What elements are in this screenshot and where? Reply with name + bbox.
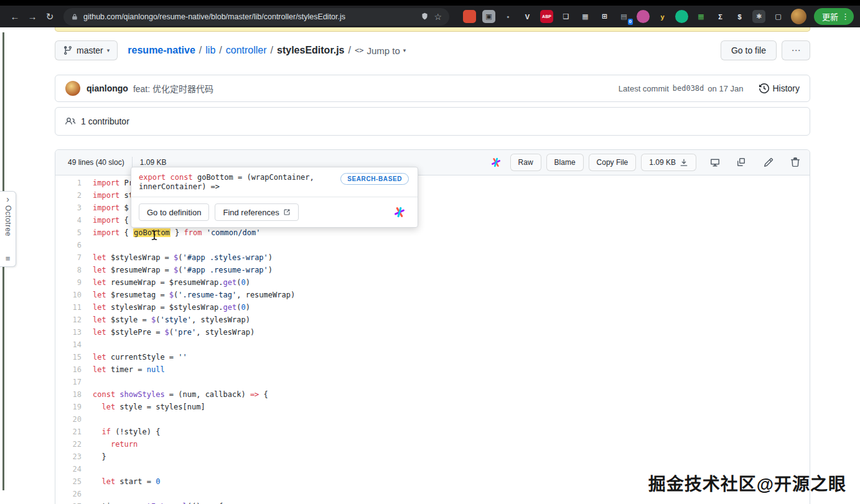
delete-button[interactable] <box>787 154 803 170</box>
copy-file-button[interactable]: Copy File <box>589 154 637 171</box>
line-number[interactable]: 27 <box>55 500 90 504</box>
code-token: ) <box>246 278 250 287</box>
commit-sha[interactable]: bed038d <box>673 84 704 93</box>
extension-icon[interactable]: ▣ <box>482 10 495 23</box>
line-number[interactable]: 20 <box>55 413 90 426</box>
line-number[interactable]: 11 <box>55 301 90 314</box>
line-number[interactable]: 2 <box>55 189 90 202</box>
more-options-button[interactable]: ⋯ <box>782 40 810 60</box>
extension-icon[interactable]: Σ <box>714 10 727 23</box>
forward-button[interactable]: → <box>24 8 41 26</box>
code-token: if <box>101 427 115 436</box>
code-token: ) <box>268 253 273 262</box>
branch-selector[interactable]: master ▾ <box>55 40 118 60</box>
line-number[interactable]: 5 <box>55 226 90 239</box>
commit-message[interactable]: feat: 优化定时器代码 <box>133 82 213 95</box>
update-button[interactable]: 更新 ⋮ <box>814 8 854 25</box>
breadcrumb-dir-lib[interactable]: lib <box>205 45 215 56</box>
line-content: timer = setInterval(() => { <box>90 500 223 504</box>
extension-bar: ▣•VABP❑▦⊞▤0y▦Σ$✱▢ <box>463 10 785 23</box>
line-number[interactable]: 6 <box>55 239 90 251</box>
extension-icon[interactable]: • <box>502 10 515 23</box>
line-number[interactable]: 9 <box>55 276 90 289</box>
line-number[interactable]: 13 <box>55 326 90 338</box>
line-content: import Pr <box>90 177 133 189</box>
download-icon <box>680 158 688 167</box>
menu-dots-icon[interactable]: ⋮ <box>841 12 849 21</box>
extension-icon[interactable] <box>463 10 476 23</box>
code-token: , resumeWrap) <box>236 291 295 299</box>
external-link-icon <box>283 208 291 216</box>
line-number[interactable]: 25 <box>55 475 90 488</box>
code-token: $stylePre = <box>111 328 165 337</box>
line-content: import $ <box>90 202 129 214</box>
line-number[interactable]: 3 <box>55 202 90 214</box>
code-token: 'common/dom' <box>207 228 261 237</box>
line-number[interactable]: 19 <box>55 401 90 413</box>
extension-icon[interactable]: ❑ <box>559 10 573 23</box>
jump-to-button[interactable]: <> Jump to ▾ <box>355 45 406 56</box>
extension-icon[interactable]: ▦ <box>694 10 708 23</box>
line-number[interactable]: 8 <box>55 264 90 276</box>
go-to-definition-button[interactable]: Go to definition <box>139 203 209 221</box>
extension-icon[interactable]: ▢ <box>772 10 785 23</box>
extension-icon[interactable]: ✱ <box>752 10 765 23</box>
go-to-file-button[interactable]: Go to file <box>721 40 777 60</box>
sourcegraph-logo-icon <box>394 207 405 218</box>
line-number[interactable]: 1 <box>55 177 90 189</box>
extension-icon[interactable]: y <box>656 10 669 23</box>
bookmark-star-icon[interactable]: ☆ <box>434 12 442 22</box>
line-number[interactable]: 14 <box>55 338 90 351</box>
blame-button[interactable]: Blame <box>546 154 584 171</box>
breadcrumb-repo[interactable]: resume-native <box>128 45 195 56</box>
octotree-tab[interactable]: › Octotree ≡ <box>0 191 16 267</box>
extension-icon[interactable]: ABP <box>540 10 553 23</box>
code-token: showStyles <box>119 390 164 399</box>
line-number[interactable]: 24 <box>55 463 90 475</box>
octotree-menu-icon[interactable]: ≡ <box>6 254 11 263</box>
line-number[interactable]: 21 <box>55 426 90 438</box>
sourcegraph-button[interactable] <box>487 154 505 171</box>
line-number[interactable]: 23 <box>55 450 90 463</box>
extension-icon[interactable]: ▦ <box>579 10 592 23</box>
address-bar[interactable]: github.com/qianlongo/resume-native/blob/… <box>63 8 449 26</box>
open-on-desktop-button[interactable] <box>707 154 723 170</box>
find-references-button[interactable]: Find references <box>215 203 298 221</box>
line-number[interactable]: 22 <box>55 438 90 450</box>
edit-button[interactable] <box>760 154 777 170</box>
line-number[interactable]: 15 <box>55 351 90 363</box>
line-number[interactable]: 12 <box>55 314 90 326</box>
refresh-button[interactable]: ↻ <box>41 8 58 26</box>
copy-contents-button[interactable] <box>734 154 750 170</box>
commit-author[interactable]: qianlongo <box>86 83 128 93</box>
line-number[interactable]: 10 <box>55 289 90 301</box>
raw-button[interactable]: Raw <box>510 154 541 171</box>
extension-icon[interactable]: $ <box>733 10 746 23</box>
code-line: 6 <box>55 239 810 251</box>
extension-icon[interactable]: ⊞ <box>598 10 611 23</box>
contributors-count[interactable]: 1 contributor <box>81 116 129 126</box>
line-number[interactable]: 4 <box>55 214 90 226</box>
profile-avatar[interactable] <box>791 9 806 24</box>
breadcrumb-dir-controller[interactable]: controller <box>226 45 267 56</box>
extension-icon[interactable] <box>675 10 688 23</box>
expand-icon[interactable]: › <box>6 195 9 203</box>
history-label: History <box>772 83 800 93</box>
breadcrumb-separator: / <box>271 45 273 56</box>
line-content: let timer = null <box>90 363 165 376</box>
commit-author-avatar[interactable] <box>65 81 80 96</box>
shield-icon[interactable] <box>421 12 429 21</box>
download-button[interactable]: 1.09 KB <box>641 154 696 171</box>
line-number[interactable]: 7 <box>55 251 90 264</box>
line-number[interactable]: 17 <box>55 376 90 388</box>
find-references-label: Find references <box>223 208 279 217</box>
extension-icon[interactable]: V <box>521 10 534 23</box>
line-number[interactable]: 16 <box>55 363 90 376</box>
back-button[interactable]: ← <box>6 8 24 26</box>
line-number[interactable]: 26 <box>55 488 90 500</box>
url-text: github.com/qianlongo/resume-native/blob/… <box>83 12 416 21</box>
extension-icon[interactable]: ▤0 <box>617 10 630 23</box>
line-number[interactable]: 18 <box>55 388 90 401</box>
history-button[interactable]: History <box>759 83 800 93</box>
extension-icon[interactable] <box>637 10 650 23</box>
